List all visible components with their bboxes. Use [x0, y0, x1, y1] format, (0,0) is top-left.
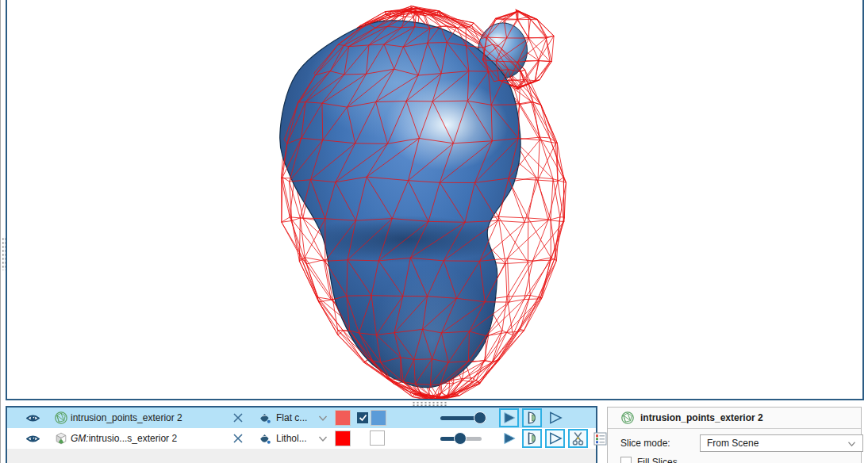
shape-label: intrusion_points_exterior 2: [71, 408, 229, 428]
color-mode-label[interactable]: Lithol...: [276, 428, 316, 449]
shape-row-intrusion-points[interactable]: intrusion_points_exterior 2 Flat c...: [7, 408, 596, 428]
clip-plane-icon[interactable]: [522, 429, 542, 448]
color-swatch[interactable]: [335, 410, 351, 426]
close-x-icon[interactable]: [232, 408, 244, 428]
shape-row-geomodel-output[interactable]: GM: intrusio...s_exterior 2 Lithol...: [7, 428, 596, 449]
properties-title: intrusion_points_exterior 2: [640, 412, 763, 423]
geomodel-cube-icon: [54, 428, 68, 449]
color-swatch[interactable]: [335, 430, 351, 446]
visibility-eye-icon[interactable]: [26, 408, 40, 428]
scissors-icon[interactable]: [568, 429, 588, 448]
shape-list-panel: intrusion_points_exterior 2 Flat c...: [6, 406, 597, 463]
shape-label-prefix: GM:: [71, 433, 89, 444]
slice-mode-value: From Scene: [707, 438, 759, 449]
shape-label: GM: intrusio...s_exterior 2: [71, 428, 229, 449]
slider-thumb[interactable]: [454, 432, 467, 445]
checkbox-checked[interactable]: [357, 412, 368, 423]
close-x-icon[interactable]: [232, 428, 244, 449]
mesh-sphere-icon: [620, 411, 635, 425]
paint-bucket-icon[interactable]: [258, 408, 271, 428]
slice-mode-row: Slice mode: From Scene: [620, 434, 851, 452]
mesh-sphere-icon: [54, 408, 68, 428]
scene-3d-render: [7, 0, 862, 399]
fill-slices-row: Fill Slices: [620, 457, 678, 463]
chevron-down-icon[interactable]: [318, 408, 328, 428]
opacity-slider[interactable]: [440, 416, 486, 420]
opacity-slider[interactable]: [440, 437, 482, 441]
play-outline-icon[interactable]: [545, 408, 565, 427]
play-filled-icon[interactable]: [499, 429, 519, 448]
slider-thumb[interactable]: [474, 411, 486, 424]
color-mode-label[interactable]: Flat c...: [276, 408, 316, 428]
properties-header: intrusion_points_exterior 2: [608, 408, 861, 429]
slice-mode-dropdown[interactable]: From Scene: [700, 434, 863, 452]
clip-plane-icon[interactable]: [522, 408, 542, 427]
slice-mode-label: Slice mode:: [620, 438, 687, 449]
play-outline-icon[interactable]: [545, 429, 565, 448]
chevron-down-icon: [847, 441, 856, 447]
application-window: intrusion_points_exterior 2 Flat c...: [0, 0, 868, 463]
checkbox-unchecked[interactable]: [370, 430, 385, 446]
chevron-down-icon[interactable]: [318, 428, 328, 449]
play-filled-icon[interactable]: [499, 408, 519, 427]
color-swatch-secondary[interactable]: [371, 410, 386, 426]
paint-bucket-icon[interactable]: [258, 428, 271, 449]
fill-slices-label: Fill Slices: [637, 457, 678, 463]
scene-viewport[interactable]: [6, 0, 864, 400]
visibility-eye-icon[interactable]: [26, 428, 40, 449]
shape-label-rest: intrusio...s_exterior 2: [89, 433, 177, 444]
window-left-edge: [0, 0, 1, 463]
fill-slices-checkbox[interactable]: [620, 457, 632, 463]
properties-panel: intrusion_points_exterior 2 Slice mode: …: [607, 407, 862, 463]
